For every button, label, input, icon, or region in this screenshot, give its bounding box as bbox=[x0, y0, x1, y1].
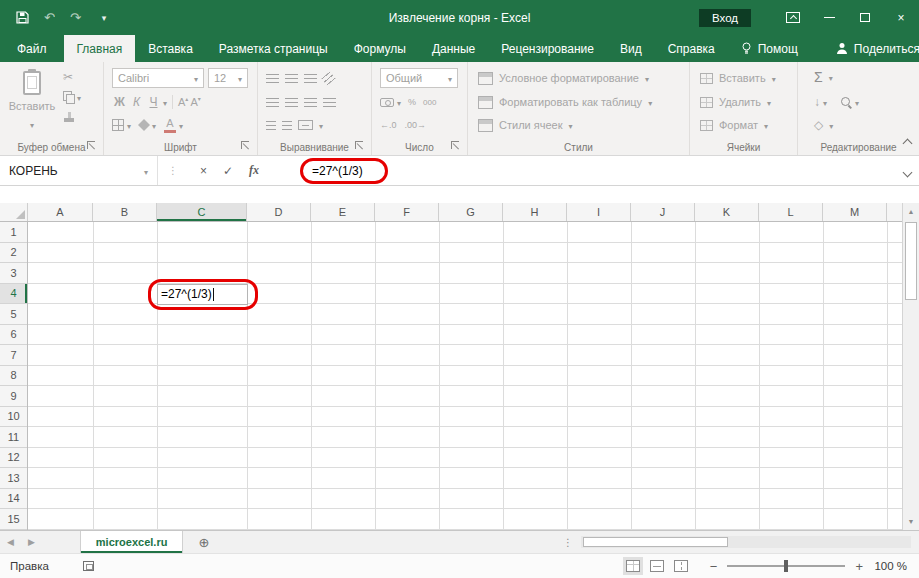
zoom-thumb[interactable] bbox=[784, 560, 788, 572]
decrease-font-button[interactable]: А bbox=[190, 96, 200, 108]
horizontal-scrollbar-thumb[interactable] bbox=[583, 537, 728, 547]
font-size-combo[interactable]: 12 bbox=[208, 68, 248, 88]
ribbon-display-options-button[interactable] bbox=[775, 0, 811, 35]
row-header-11[interactable]: 11 bbox=[0, 427, 27, 448]
tab-home[interactable]: Главная bbox=[64, 35, 136, 62]
macro-record-icon[interactable] bbox=[83, 561, 94, 571]
align-middle-icon[interactable] bbox=[285, 74, 298, 83]
tab-insert[interactable]: Вставка bbox=[135, 35, 206, 62]
tab-review[interactable]: Рецензирование bbox=[488, 35, 607, 62]
column-header-e[interactable]: E bbox=[311, 203, 375, 221]
row-header-13[interactable]: 13 bbox=[0, 468, 27, 489]
horizontal-scrollbar[interactable] bbox=[581, 536, 911, 548]
increase-indent-icon[interactable] bbox=[282, 121, 292, 130]
conditional-formatting-button[interactable]: Условное форматирование bbox=[478, 68, 649, 88]
scroll-up-button[interactable]: ▲ bbox=[903, 203, 919, 220]
column-header-g[interactable]: G bbox=[439, 203, 503, 221]
tab-data[interactable]: Данные bbox=[419, 35, 488, 62]
percent-style-button[interactable]: % bbox=[408, 97, 416, 107]
row-header-5[interactable]: 5 bbox=[0, 304, 27, 325]
column-header-m[interactable]: M bbox=[823, 203, 887, 221]
copy-button[interactable] bbox=[63, 90, 81, 104]
tab-formulas[interactable]: Формулы bbox=[341, 35, 419, 62]
collapse-ribbon-button[interactable] bbox=[904, 136, 911, 150]
formula-bar-splitter[interactable]: ⋮ bbox=[168, 156, 178, 185]
close-button[interactable]: × bbox=[883, 0, 919, 35]
formula-bar-expand-button[interactable] bbox=[904, 165, 911, 179]
underline-button[interactable]: Ч bbox=[146, 95, 161, 109]
zoom-level[interactable]: 100 % bbox=[873, 560, 907, 572]
number-format-combo[interactable]: Общий bbox=[380, 68, 458, 88]
row-header-3[interactable]: 3 bbox=[0, 263, 27, 284]
cut-button[interactable]: ✂ bbox=[63, 70, 81, 84]
signin-button[interactable]: Вход bbox=[699, 9, 751, 27]
redo-button[interactable]: ↷ bbox=[70, 10, 81, 25]
row-header-2[interactable]: 2 bbox=[0, 243, 27, 264]
format-cells-button[interactable]: Формат bbox=[700, 115, 768, 135]
row-header-4[interactable]: 4 bbox=[0, 284, 27, 305]
column-header-b[interactable]: B bbox=[93, 203, 157, 221]
column-header-d[interactable]: D bbox=[247, 203, 311, 221]
column-header-c[interactable]: C bbox=[157, 203, 247, 221]
paste-button[interactable]: Вставить bbox=[7, 68, 57, 134]
bold-button[interactable]: Ж bbox=[112, 95, 127, 109]
align-bottom-icon[interactable] bbox=[304, 74, 317, 83]
insert-function-button[interactable]: fx bbox=[249, 163, 259, 178]
column-header-h[interactable]: H bbox=[503, 203, 567, 221]
row-header-15[interactable]: 15 bbox=[0, 509, 27, 530]
alignment-dialog-launcher[interactable] bbox=[355, 141, 365, 151]
format-as-table-button[interactable]: Форматировать как таблицу bbox=[478, 92, 652, 112]
minimize-button[interactable] bbox=[811, 0, 847, 35]
row-header-14[interactable]: 14 bbox=[0, 489, 27, 510]
column-header-f[interactable]: F bbox=[375, 203, 439, 221]
align-top-icon[interactable] bbox=[266, 74, 279, 83]
column-header-k[interactable]: K bbox=[695, 203, 759, 221]
sheet-tab-active[interactable]: microexcel.ru bbox=[80, 531, 184, 553]
align-right-icon[interactable] bbox=[304, 98, 317, 107]
column-header-l[interactable]: L bbox=[759, 203, 823, 221]
font-color-button[interactable]: А bbox=[164, 118, 183, 133]
vertical-scrollbar-thumb[interactable] bbox=[905, 222, 917, 300]
undo-button[interactable]: ↶ bbox=[44, 10, 55, 25]
zoom-slider[interactable] bbox=[727, 559, 845, 573]
zoom-out-button[interactable]: − bbox=[710, 559, 718, 574]
fill-color-button[interactable] bbox=[139, 118, 156, 132]
align-center-icon[interactable] bbox=[285, 98, 298, 107]
formula-input[interactable]: =27^(1/3) bbox=[312, 156, 363, 185]
row-header-7[interactable]: 7 bbox=[0, 345, 27, 366]
tab-file[interactable]: Файл bbox=[0, 35, 64, 62]
maximize-button[interactable] bbox=[847, 0, 883, 35]
column-header-a[interactable]: A bbox=[28, 203, 93, 221]
column-header-j[interactable]: J bbox=[631, 203, 695, 221]
align-left-icon[interactable] bbox=[266, 98, 279, 107]
font-dialog-launcher[interactable] bbox=[241, 141, 251, 151]
view-normal-button[interactable] bbox=[626, 560, 640, 572]
borders-button[interactable] bbox=[112, 118, 131, 132]
qat-customize-button[interactable]: ▾ bbox=[102, 13, 107, 23]
orientation-icon[interactable] bbox=[321, 71, 335, 85]
font-family-combo[interactable]: Calibri bbox=[112, 68, 204, 88]
row-header-10[interactable]: 10 bbox=[0, 407, 27, 428]
fill-button[interactable]: ↓ bbox=[814, 95, 827, 109]
decrease-indent-icon[interactable] bbox=[266, 121, 276, 130]
comma-style-button[interactable]: 000 bbox=[423, 98, 436, 107]
merge-center-icon[interactable] bbox=[298, 120, 313, 130]
zoom-in-button[interactable]: + bbox=[855, 559, 863, 574]
autosum-button[interactable]: Σ bbox=[814, 67, 833, 87]
view-page-layout-button[interactable] bbox=[650, 560, 664, 572]
italic-button[interactable]: К bbox=[129, 95, 144, 109]
select-all-button[interactable] bbox=[0, 203, 28, 221]
increase-font-button[interactable]: А bbox=[178, 96, 188, 108]
clear-button[interactable]: ◇ bbox=[814, 115, 833, 135]
tell-me-button[interactable]: Помощ bbox=[728, 35, 811, 62]
view-page-break-button[interactable] bbox=[674, 560, 688, 572]
clipboard-dialog-launcher[interactable] bbox=[87, 141, 97, 151]
tab-view[interactable]: Вид bbox=[607, 35, 655, 62]
save-icon[interactable] bbox=[16, 11, 29, 24]
sheetbar-splitter[interactable]: ⋮ bbox=[563, 537, 573, 548]
row-header-6[interactable]: 6 bbox=[0, 325, 27, 346]
vertical-scrollbar[interactable]: ▲ ▼ bbox=[902, 203, 919, 530]
sheet-nav-left-button[interactable]: ◀ bbox=[0, 537, 21, 547]
row-header-8[interactable]: 8 bbox=[0, 366, 27, 387]
row-header-1[interactable]: 1 bbox=[0, 222, 27, 243]
